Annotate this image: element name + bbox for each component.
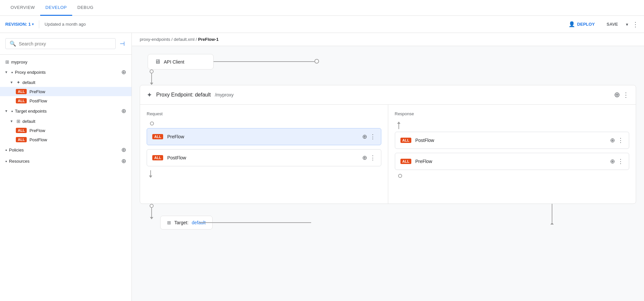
postflow-target-label: PostFlow	[29, 137, 47, 142]
sidebar-item-preflow-target[interactable]: ALL PreFlow	[0, 126, 132, 135]
expand-default-target-icon: ▾	[11, 119, 15, 123]
revision-badge[interactable]: REVISION: 1 ▾	[5, 22, 34, 27]
req-top-arrow	[150, 83, 153, 85]
target-label: Target:	[174, 220, 189, 225]
add-resource-icon[interactable]: ⊕	[121, 157, 126, 165]
req-postflow-icons: ⊕ ⋮	[362, 154, 376, 161]
res-preflow-more-icon[interactable]: ⋮	[618, 158, 624, 165]
add-proxy-endpoint-icon[interactable]: ⊕	[121, 68, 126, 76]
res-preflow-card[interactable]: ALL PreFlow ⊕ ⋮	[395, 153, 629, 170]
add-target-endpoint-icon[interactable]: ⊕	[121, 107, 126, 115]
revision-chevron-icon: ▾	[32, 22, 34, 26]
add-policy-icon[interactable]: ⊕	[121, 146, 126, 153]
breadcrumb-current: PreFlow-1	[198, 37, 219, 42]
folder-policies-icon: ▪	[5, 147, 7, 153]
proxy-endpoint-title-text: Proxy Endpoint: default	[156, 92, 211, 97]
req-col-top-connector	[147, 122, 381, 125]
sidebar-item-resources[interactable]: ▪ Resources ⊕	[0, 155, 132, 167]
res-postflow-more-icon[interactable]: ⋮	[618, 137, 624, 144]
canvas: proxy-endpoints / default.xml / PreFlow-…	[132, 33, 644, 301]
expand-target-endpoints-icon: ▾	[5, 109, 9, 113]
res-col-top-line	[398, 124, 399, 129]
proxy-endpoint-more-icon[interactable]: ⋮	[623, 91, 629, 99]
add-flow-icon[interactable]: ⊕	[614, 91, 620, 99]
request-col-title: Request	[147, 111, 381, 116]
target-response-line	[199, 222, 311, 223]
main-layout: 🔍 ⊣ ⊞ myproxy ▾ ▪ Proxy endpoints ⊕ ▾	[0, 33, 644, 301]
save-dropdown-icon[interactable]: ▾	[626, 22, 628, 27]
res-postflow-name: PostFlow	[415, 138, 606, 143]
breadcrumb: proxy-endpoints / default.xml / PreFlow-…	[132, 33, 644, 46]
res-postflow-add-icon[interactable]: ⊕	[610, 137, 615, 144]
req-bottom-line	[151, 208, 152, 217]
sidebar-item-preflow-proxy[interactable]: ALL PreFlow	[0, 87, 132, 96]
default-target-label: default	[22, 119, 126, 124]
sidebar-item-default-proxy[interactable]: ▾ ✦ default	[0, 78, 132, 87]
req-bottom-arrow	[150, 217, 153, 219]
tab-overview[interactable]: OVERVIEW	[5, 0, 40, 16]
api-client-section: 🖥 API Client	[140, 54, 636, 69]
req-postflow-add-icon[interactable]: ⊕	[362, 154, 367, 161]
sidebar-item-default-target[interactable]: ▾ ⊞ default	[0, 117, 132, 126]
res-col-top-arrow	[397, 122, 400, 124]
res-bottom-connector	[550, 204, 554, 225]
sidebar-item-target-endpoints[interactable]: ▾ ▪ Target endpoints ⊕	[0, 105, 132, 117]
top-nav: OVERVIEW DEVELOP DEBUG	[0, 0, 644, 16]
res-col-top-connector	[395, 122, 629, 129]
req-col-top-circle	[150, 122, 154, 125]
req-col-bottom-arrow	[149, 176, 152, 178]
req-preflow-name: PreFlow	[167, 134, 358, 139]
res-postflow-icons: ⊕ ⋮	[610, 137, 624, 144]
postflow-proxy-label: PostFlow	[29, 98, 47, 103]
res-col-bottom-circle	[398, 174, 402, 178]
top-connectors	[140, 69, 636, 85]
req-preflow-card[interactable]: ALL PreFlow ⊕ ⋮	[147, 128, 381, 145]
resources-label: Resources	[9, 159, 119, 164]
sidebar-item-postflow-target[interactable]: ALL PostFlow	[0, 135, 132, 144]
api-client-circle	[314, 59, 319, 64]
sidebar-item-myproxy[interactable]: ⊞ myproxy	[0, 57, 132, 67]
tab-debug[interactable]: DEBUG	[72, 0, 99, 16]
proxy-endpoints-label: Proxy endpoints	[15, 70, 119, 75]
sidebar-item-postflow-proxy[interactable]: ALL PostFlow	[0, 96, 132, 105]
more-vert-icon[interactable]: ⋮	[632, 20, 639, 28]
postflow-target-badge: ALL	[16, 137, 27, 142]
req-preflow-add-icon[interactable]: ⊕	[362, 133, 367, 140]
req-preflow-more-icon[interactable]: ⋮	[370, 133, 376, 140]
sidebar-item-proxy-endpoints[interactable]: ▾ ▪ Proxy endpoints ⊕	[0, 67, 132, 78]
proxy-endpoint-path: /myproxy	[215, 92, 234, 97]
toolbar: REVISION: 1 ▾ Updated a month ago 👤 DEPL…	[0, 16, 644, 33]
tab-develop[interactable]: DEVELOP	[40, 0, 72, 16]
toolbar-right: 👤 DEPLOY SAVE ▾ ⋮	[565, 19, 639, 29]
sidebar-proxy-name: myproxy	[11, 60, 27, 65]
req-postflow-more-icon[interactable]: ⋮	[370, 154, 376, 161]
postflow-proxy-badge: ALL	[16, 98, 27, 103]
preflow-target-badge: ALL	[16, 128, 27, 133]
save-button[interactable]: SAVE	[603, 20, 622, 29]
res-postflow-card[interactable]: ALL PostFlow ⊕ ⋮	[395, 132, 629, 149]
collapse-sidebar-button[interactable]: ⊣	[118, 39, 126, 49]
toolbar-separator	[39, 20, 39, 28]
revision-label: REVISION: 1	[5, 22, 31, 27]
folder-target-icon: ▪	[11, 108, 13, 114]
target-endpoints-label: Target endpoints	[15, 109, 119, 114]
req-bottom-connector	[150, 204, 154, 219]
preflow-proxy-label: PreFlow	[29, 89, 45, 94]
req-postflow-name: PostFlow	[167, 155, 358, 160]
monitor-icon: 🖥	[155, 58, 161, 65]
req-bottom-circle	[150, 204, 154, 208]
search-input-wrap[interactable]: 🔍	[5, 38, 116, 49]
breadcrumb-path: proxy-endpoints / default.xml /	[140, 37, 198, 42]
req-postflow-card[interactable]: ALL PostFlow ⊕ ⋮	[147, 149, 381, 166]
deploy-button[interactable]: 👤 DEPLOY	[565, 19, 599, 29]
search-input[interactable]	[19, 41, 111, 46]
res-bottom-line	[552, 204, 552, 222]
res-preflow-add-icon[interactable]: ⊕	[610, 158, 615, 165]
res-preflow-badge: ALL	[400, 159, 411, 164]
preflow-proxy-badge: ALL	[16, 89, 27, 94]
req-preflow-badge: ALL	[152, 134, 163, 139]
sidebar-item-policies[interactable]: ▪ Policies ⊕	[0, 144, 132, 155]
deploy-label: DEPLOY	[577, 22, 595, 27]
expand-proxy-endpoints-icon: ▾	[5, 70, 9, 74]
person-icon: 👤	[569, 21, 575, 27]
